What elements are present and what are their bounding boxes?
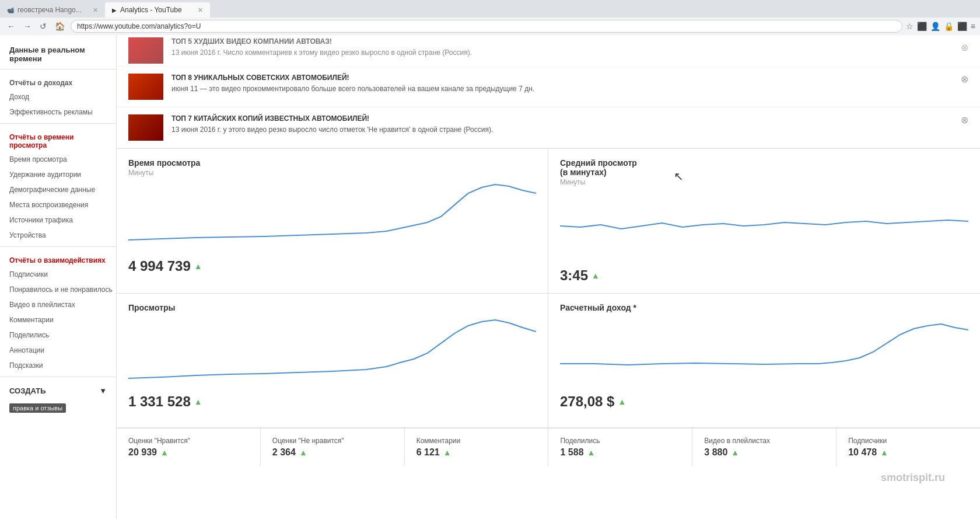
stat-dislikes-label: Оценки "Не нравится" xyxy=(272,437,393,445)
sidebar-watchtime-header: Отчёты о времени просмотра xyxy=(0,127,116,152)
tab-hangout-close[interactable]: ✕ xyxy=(93,6,98,14)
notification-thumb-2 xyxy=(128,114,163,141)
ext-icon-4[interactable]: ⬛ xyxy=(957,22,967,31)
ext-icon-2[interactable]: 👤 xyxy=(930,22,940,31)
create-label: СОЗДАТЬ xyxy=(9,386,46,395)
sidebar-item-shares[interactable]: Поделились xyxy=(0,328,116,343)
stat-playlists-value: 3 880 ▲ xyxy=(704,447,824,458)
main-wrapper: Данные в реальном времени Отчёты о доход… xyxy=(0,35,980,519)
sidebar-item-playlists[interactable]: Видео в плейлистах xyxy=(0,297,116,312)
stat-subscribers-label: Подписчики xyxy=(848,437,968,445)
notification-desc-1: июня 11 — это видео прокомментировало бо… xyxy=(172,84,968,94)
address-bar[interactable]: https://www.youtube.com/analytics?o=U xyxy=(71,20,902,33)
notification-text-1: ТОП 8 УНИКАЛЬНЫХ СОВЕТСКИХ АВТОМОБИЛЕЙ! … xyxy=(172,74,968,94)
refresh-button[interactable]: ↺ xyxy=(37,20,49,32)
settings-icon[interactable]: ≡ xyxy=(971,22,975,31)
chart-watch-time-value: 4 994 739 ▲ xyxy=(128,258,536,274)
stat-shares: Поделились 1 588 ▲ xyxy=(548,429,692,466)
stat-likes: Оценки "Нравится" 20 939 ▲ xyxy=(117,429,261,466)
chart-revenue-svg xyxy=(560,317,968,387)
chart-views-title: Просмотры xyxy=(128,303,536,312)
chart-watch-time-title: Время просмотра xyxy=(128,158,536,168)
chart-views: Просмотры 1 331 528 ▲ xyxy=(117,294,548,428)
browser-icons: ☆ ⬛ 👤 🔒 ⬛ ≡ xyxy=(906,22,975,31)
forward-button[interactable]: → xyxy=(21,20,34,32)
sidebar-revenue-header: Отчёты о доходах xyxy=(0,73,116,89)
notification-title-2: ТОП 7 КИТАЙСКИХ КОПИЙ ИЗВЕСТНЫХ АВТОМОБИ… xyxy=(172,114,968,123)
stat-dislikes-value: 2 364 ▲ xyxy=(272,447,393,458)
divider-4 xyxy=(0,377,116,377)
stat-playlists-label: Видео в плейлистах xyxy=(704,437,824,445)
sidebar-item-locations[interactable]: Места воспроизведения xyxy=(0,197,116,213)
ext-icon-3[interactable]: 🔒 xyxy=(944,22,954,31)
chart-avg-watch-svg xyxy=(560,191,968,261)
tab-youtube-favicon: ▶ xyxy=(112,7,117,13)
sidebar-create[interactable]: СОЗДАТЬ ▼ xyxy=(0,381,116,401)
browser-tabs: 📹 геовстреча Hango... ✕ ▶ Analytics - Yo… xyxy=(0,0,980,18)
stat-shares-label: Поделились xyxy=(560,437,680,445)
notification-text-0: ТОП 5 ХУДШИХ ВИДЕО КОМПАНИИ АВТОВАЗ! 13 … xyxy=(172,37,968,58)
sidebar-item-watchtime[interactable]: Время просмотра xyxy=(0,152,116,167)
chart-revenue-value: 278,08 $ ▲ xyxy=(560,393,968,410)
sidebar-item-ads[interactable]: Эффективность рекламы xyxy=(0,105,116,120)
bookmark-icon[interactable]: ☆ xyxy=(906,22,914,31)
chart-avg-watch-value: 3:45 ▲ xyxy=(560,267,968,284)
feedback-label[interactable]: правка и отзывы xyxy=(9,403,66,413)
chart-watch-time-svg xyxy=(128,182,536,252)
stat-dislikes: Оценки "Не нравится" 2 364 ▲ xyxy=(261,429,405,466)
chart-watch-time: Время просмотра Минуты 4 994 739 ▲ xyxy=(117,149,548,294)
ext-icon-1[interactable]: ⬛ xyxy=(917,22,927,31)
stat-comments-label: Комментарии xyxy=(416,437,537,445)
stats-row: Оценки "Нравится" 20 939 ▲ Оценки "Не нр… xyxy=(117,428,980,466)
url-text: https://www.youtube.com/analytics?o=U xyxy=(77,22,201,30)
stat-shares-arrow: ▲ xyxy=(587,448,596,457)
stat-likes-arrow: ▲ xyxy=(160,448,169,457)
divider-1 xyxy=(0,69,116,69)
sidebar-footer[interactable]: правка и отзывы xyxy=(0,401,116,415)
notification-title-0: ТОП 5 ХУДШИХ ВИДЕО КОМПАНИИ АВТОВАЗ! xyxy=(172,37,968,46)
divider-3 xyxy=(0,246,116,247)
chart-views-svg xyxy=(128,317,536,387)
sidebar-item-retention[interactable]: Удержание аудитории xyxy=(0,167,116,182)
sidebar-item-subscribers[interactable]: Подписчики xyxy=(0,267,116,282)
chart-revenue: Расчетный доход * 278,08 $ ▲ xyxy=(548,294,980,428)
notification-close-1[interactable]: ⊗ xyxy=(961,74,968,85)
chart-revenue-arrow: ▲ xyxy=(618,397,626,406)
tab-youtube-close[interactable]: ✕ xyxy=(198,6,203,14)
notification-text-2: ТОП 7 КИТАЙСКИХ КОПИЙ ИЗВЕСТНЫХ АВТОМОБИ… xyxy=(172,114,968,135)
tab-hangout-label: геовстреча Hango... xyxy=(18,6,82,14)
sidebar: Данные в реальном времени Отчёты о доход… xyxy=(0,35,117,519)
sidebar-item-demographics[interactable]: Демографические данные xyxy=(0,182,116,197)
divider-2 xyxy=(0,123,116,124)
sidebar-item-devices[interactable]: Устройства xyxy=(0,228,116,243)
home-button[interactable]: 🏠 xyxy=(52,20,67,32)
chart-views-arrow: ▲ xyxy=(194,397,202,406)
chart-views-value: 1 331 528 ▲ xyxy=(128,393,536,410)
sidebar-item-comments[interactable]: Комментарии xyxy=(0,312,116,328)
stat-playlists: Видео в плейлистах 3 880 ▲ xyxy=(692,429,836,466)
notification-close-0[interactable]: ⊗ xyxy=(961,42,968,53)
notification-desc-2: 13 июня 2016 г. у этого видео резко выро… xyxy=(172,125,968,135)
sidebar-item-traffic[interactable]: Источники трафика xyxy=(0,213,116,228)
sidebar-item-income[interactable]: Доход xyxy=(0,89,116,105)
stat-subscribers-value: 10 478 ▲ xyxy=(848,447,968,458)
tab-youtube[interactable]: ▶ Analytics - YouTube ✕ xyxy=(105,2,210,18)
tab-hangout[interactable]: 📹 геовстреча Hango... ✕ xyxy=(0,2,105,18)
sidebar-item-likes[interactable]: Понравилось и не понравилось xyxy=(0,282,116,297)
notification-close-2[interactable]: ⊗ xyxy=(961,114,968,126)
sidebar-item-cards[interactable]: Подсказки xyxy=(0,358,116,373)
charts-grid: Время просмотра Минуты 4 994 739 ▲ Средн… xyxy=(117,149,980,428)
stat-shares-value: 1 588 ▲ xyxy=(560,447,680,458)
stat-comments-arrow: ▲ xyxy=(443,448,452,457)
stat-likes-label: Оценки "Нравится" xyxy=(128,437,249,445)
stat-comments-value: 6 121 ▲ xyxy=(416,447,537,458)
notification-thumb-0 xyxy=(128,37,163,64)
create-chevron-icon: ▼ xyxy=(99,386,107,395)
back-button[interactable]: ← xyxy=(5,20,18,32)
tab-new[interactable] xyxy=(210,2,228,18)
stat-likes-value: 20 939 ▲ xyxy=(128,447,249,458)
notification-thumb-1 xyxy=(128,74,163,100)
sidebar-item-annotations[interactable]: Аннотации xyxy=(0,343,116,358)
stat-comments: Комментарии 6 121 ▲ xyxy=(405,429,549,466)
stat-subscribers-arrow: ▲ xyxy=(880,448,888,457)
